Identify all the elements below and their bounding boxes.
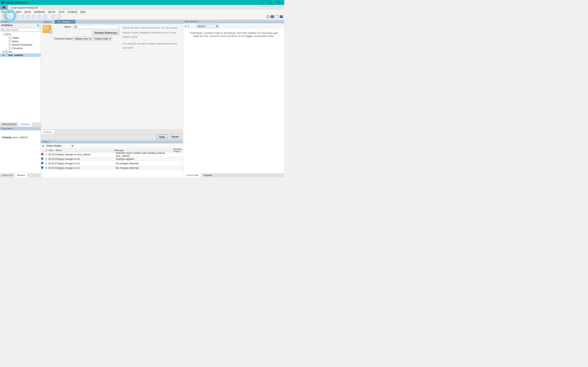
create-function-icon[interactable]: [43, 15, 47, 18]
apply-button[interactable]: Apply: [156, 134, 167, 139]
col-action: Action: [56, 149, 114, 151]
menu-file[interactable]: File: [1, 10, 5, 13]
tab-context-help[interactable]: Context Help: [183, 173, 201, 177]
tree-db-sys[interactable]: ▶sys: [0, 50, 41, 53]
info-schema-value: test_rubbish: [13, 136, 27, 139]
tab-schema-01[interactable]: 01 - Schema×: [55, 20, 75, 24]
schema-name-input[interactable]: [73, 25, 119, 29]
inspector-icon[interactable]: [15, 15, 18, 18]
search-table-data-icon[interactable]: [52, 15, 55, 18]
tab-object-info[interactable]: Object Info: [0, 173, 15, 177]
status-info-icon: [41, 162, 43, 164]
col-time: Time: [48, 149, 56, 151]
menu-help[interactable]: Help: [80, 10, 86, 13]
database-icon: [5, 54, 8, 57]
home-tab[interactable]: [0, 5, 8, 10]
output-type-select[interactable]: Action Output: [45, 144, 74, 147]
functions-icon: [9, 47, 11, 50]
tab-session[interactable]: Session: [15, 173, 27, 177]
form-help-text: Specify the name of the schema here. You…: [122, 25, 181, 50]
jump-to-select[interactable]: Jump to: [196, 24, 219, 28]
menu-scripting[interactable]: Scripting: [68, 10, 77, 13]
subtab-schema[interactable]: Schema: [41, 130, 54, 134]
menu-query[interactable]: Query: [25, 10, 31, 13]
output-row[interactable]: 215:15:23Apply changes to 01Changes appl…: [41, 157, 183, 161]
tab-snippets[interactable]: Snippets: [201, 173, 215, 177]
close-button[interactable]: ✕: [278, 1, 280, 4]
output-row[interactable]: 315:20:07Apply changes to 01No changes d…: [41, 161, 183, 166]
charset-select[interactable]: Default Charset: [73, 37, 92, 41]
status-ok-icon: [41, 157, 43, 160]
new-sql-tab-icon[interactable]: [1, 15, 5, 18]
tab-schemas[interactable]: Schemas: [18, 122, 32, 126]
tree-db-01[interactable]: ▼01: [0, 33, 41, 36]
status-info-icon: [41, 166, 43, 169]
connection-tab[interactable]: Local instance MySQL80 ×: [8, 5, 43, 10]
titlebar: MySQL Workbench — ▭ ✕: [0, 0, 284, 5]
toolbar-status-icon: [267, 15, 269, 18]
maximize-button[interactable]: ▭: [269, 1, 272, 4]
connection-tab-close-icon[interactable]: ×: [40, 7, 42, 9]
create-schema-icon[interactable]: [21, 15, 24, 18]
sql-additions-header: SQL Additions: [183, 20, 284, 23]
sql-additions-body: Automatic context help is disabled. Use …: [183, 29, 284, 173]
minimize-button[interactable]: —: [261, 1, 264, 4]
nav-forward-icon[interactable]: ▶: [188, 25, 190, 27]
close-icon[interactable]: ×: [73, 21, 74, 23]
filter-objects-input[interactable]: [4, 28, 40, 32]
nav-back-icon[interactable]: ◀: [184, 25, 186, 27]
connection-tabstrip: Local instance MySQL80 ×: [0, 5, 284, 10]
tree-stored-procedures[interactable]: Stored Procedures: [0, 43, 41, 47]
output-list-icon[interactable]: ▦: [42, 144, 44, 147]
tab-administration[interactable]: Administration: [0, 122, 18, 126]
tree-functions[interactable]: Functions: [0, 47, 41, 50]
open-sql-file-icon[interactable]: [7, 15, 11, 18]
panel-toggle-2[interactable]: [275, 15, 278, 18]
schema-tree[interactable]: ▼01 Tables Views Stored Procedures Funct…: [0, 32, 41, 122]
output-table: # Time Action Message Duration / Fetch 1…: [41, 148, 183, 177]
information-body: Schema: test_rubbish: [0, 130, 41, 173]
editor-tabs: Query 1 01 - Schema×: [41, 20, 183, 24]
schema-icon: [43, 25, 52, 33]
rename-references-button[interactable]: Rename References: [92, 31, 119, 35]
schemas-label: SCHEMAS: [1, 24, 12, 26]
app-icon: [1, 1, 4, 4]
output-row[interactable]: 115:14:54Apply changes to test_rubbishSe…: [41, 152, 183, 157]
output-row[interactable]: 415:20:10Apply changes to 01No changes d…: [41, 166, 183, 170]
menu-tools[interactable]: Tools: [59, 10, 64, 13]
output-header: Output: [41, 140, 183, 143]
revert-button[interactable]: Revert: [169, 134, 181, 139]
charset-label: Charset/Collation:: [54, 37, 73, 40]
tree-tables[interactable]: Tables: [0, 36, 41, 40]
create-procedure-icon[interactable]: [38, 15, 42, 18]
database-icon: [5, 33, 8, 36]
create-view-icon[interactable]: [32, 15, 36, 18]
menubar: File Edit View Query Database Server Too…: [0, 10, 284, 14]
menu-server[interactable]: Server: [48, 10, 55, 13]
create-table-icon[interactable]: [26, 15, 30, 18]
tables-icon: [9, 37, 11, 39]
reconnect-icon[interactable]: [57, 15, 61, 18]
col-message: Message: [114, 149, 173, 151]
refresh-schemas-icon[interactable]: ↻: [37, 24, 39, 27]
menu-database[interactable]: Database: [35, 10, 45, 13]
procedures-icon: [9, 44, 11, 46]
menu-edit[interactable]: Edit: [8, 10, 13, 13]
navigator-header: Navigator: [0, 20, 41, 23]
home-icon: [2, 6, 5, 8]
app-title: MySQL Workbench: [5, 1, 28, 4]
info-schema-label: Schema:: [2, 136, 12, 139]
col-duration: Duration / Fetch: [173, 148, 183, 153]
tree-views[interactable]: Views: [0, 40, 41, 43]
name-label: Name:: [54, 25, 73, 28]
panel-toggle-1[interactable]: [271, 15, 274, 18]
tab-query1[interactable]: Query 1: [41, 20, 55, 24]
views-icon: [9, 40, 11, 43]
menu-view[interactable]: View: [16, 10, 21, 13]
collation-select[interactable]: Default Collation: [93, 37, 112, 41]
main-toolbar: [0, 14, 284, 20]
tree-db-test-rubbish[interactable]: ▶test_rubbish: [0, 53, 41, 57]
information-header: Information: [0, 127, 41, 130]
panel-toggle-3[interactable]: [280, 15, 283, 18]
search-icon: 🔍: [1, 28, 4, 31]
